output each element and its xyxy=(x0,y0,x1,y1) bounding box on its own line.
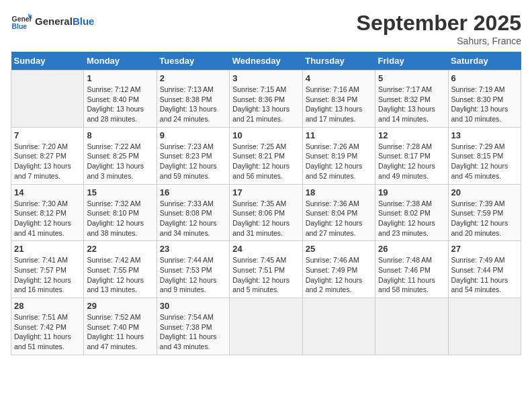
logo: General Blue GeneralBlue xyxy=(11,11,94,32)
day-number: 11 xyxy=(306,130,372,140)
day-info: Sunrise: 7:46 AMSunset: 7:49 PMDaylight:… xyxy=(306,255,372,295)
day-info: Sunrise: 7:12 AMSunset: 8:40 PMDaylight:… xyxy=(87,85,153,124)
calendar-cell: 18Sunrise: 7:36 AMSunset: 8:04 PMDayligh… xyxy=(302,184,375,241)
day-number: 27 xyxy=(451,244,518,254)
logo-icon: General Blue xyxy=(11,11,32,32)
logo-text: GeneralBlue xyxy=(35,16,94,28)
day-info: Sunrise: 7:48 AMSunset: 7:46 PMDaylight:… xyxy=(378,255,445,295)
calendar-cell: 8Sunrise: 7:22 AMSunset: 8:25 PMDaylight… xyxy=(84,127,157,184)
calendar-cell: 7Sunrise: 7:20 AMSunset: 8:27 PMDaylight… xyxy=(11,127,84,184)
day-number: 14 xyxy=(14,187,81,197)
day-info: Sunrise: 7:26 AMSunset: 8:19 PMDaylight:… xyxy=(306,142,372,181)
calendar-cell: 6Sunrise: 7:19 AMSunset: 8:30 PMDaylight… xyxy=(448,71,521,128)
day-number: 2 xyxy=(160,73,226,83)
calendar-week-row: 14Sunrise: 7:30 AMSunset: 8:12 PMDayligh… xyxy=(11,184,521,241)
day-number: 6 xyxy=(451,73,518,83)
day-info: Sunrise: 7:52 AMSunset: 7:40 PMDaylight:… xyxy=(87,312,153,352)
day-info: Sunrise: 7:17 AMSunset: 8:32 PMDaylight:… xyxy=(378,85,445,124)
calendar-cell xyxy=(302,298,375,355)
calendar-cell: 2Sunrise: 7:13 AMSunset: 8:38 PMDaylight… xyxy=(157,71,229,128)
weekday-header-saturday: Saturday xyxy=(448,52,521,71)
calendar-week-row: 28Sunrise: 7:51 AMSunset: 7:42 PMDayligh… xyxy=(11,298,521,355)
day-number: 9 xyxy=(160,130,226,140)
calendar-cell: 15Sunrise: 7:32 AMSunset: 8:10 PMDayligh… xyxy=(84,184,157,241)
day-number: 28 xyxy=(14,301,81,311)
day-info: Sunrise: 7:54 AMSunset: 7:38 PMDaylight:… xyxy=(160,312,226,352)
day-info: Sunrise: 7:35 AMSunset: 8:06 PMDaylight:… xyxy=(232,199,299,238)
weekday-header-tuesday: Tuesday xyxy=(157,52,229,71)
calendar-cell: 5Sunrise: 7:17 AMSunset: 8:32 PMDaylight… xyxy=(375,71,448,128)
day-number: 20 xyxy=(451,187,518,197)
day-number: 17 xyxy=(232,187,299,197)
day-info: Sunrise: 7:20 AMSunset: 8:27 PMDaylight:… xyxy=(14,142,81,181)
calendar-cell xyxy=(448,298,521,355)
month-title: September 2025 xyxy=(357,11,521,36)
calendar-week-row: 21Sunrise: 7:41 AMSunset: 7:57 PMDayligh… xyxy=(11,241,521,298)
day-number: 1 xyxy=(87,73,153,83)
day-info: Sunrise: 7:25 AMSunset: 8:21 PMDaylight:… xyxy=(232,142,299,181)
day-info: Sunrise: 7:49 AMSunset: 7:44 PMDaylight:… xyxy=(451,255,518,295)
calendar-cell: 20Sunrise: 7:39 AMSunset: 7:59 PMDayligh… xyxy=(448,184,521,241)
calendar-cell: 29Sunrise: 7:52 AMSunset: 7:40 PMDayligh… xyxy=(84,298,157,355)
calendar-cell: 17Sunrise: 7:35 AMSunset: 8:06 PMDayligh… xyxy=(230,184,302,241)
day-number: 13 xyxy=(451,130,518,140)
calendar-cell: 27Sunrise: 7:49 AMSunset: 7:44 PMDayligh… xyxy=(448,241,521,298)
calendar-cell xyxy=(230,298,302,355)
day-number: 18 xyxy=(306,187,372,197)
weekday-header-row: SundayMondayTuesdayWednesdayThursdayFrid… xyxy=(11,52,521,71)
day-info: Sunrise: 7:22 AMSunset: 8:25 PMDaylight:… xyxy=(87,142,153,181)
calendar-cell: 4Sunrise: 7:16 AMSunset: 8:34 PMDaylight… xyxy=(302,71,375,128)
calendar-cell: 25Sunrise: 7:46 AMSunset: 7:49 PMDayligh… xyxy=(302,241,375,298)
calendar-cell: 26Sunrise: 7:48 AMSunset: 7:46 PMDayligh… xyxy=(375,241,448,298)
day-number: 15 xyxy=(87,187,153,197)
page-header: General Blue GeneralBlue September 2025 … xyxy=(11,11,521,46)
calendar-cell: 13Sunrise: 7:29 AMSunset: 8:15 PMDayligh… xyxy=(448,127,521,184)
weekday-header-thursday: Thursday xyxy=(302,52,375,71)
day-number: 23 xyxy=(160,244,226,254)
day-info: Sunrise: 7:38 AMSunset: 8:02 PMDaylight:… xyxy=(378,199,445,238)
day-info: Sunrise: 7:19 AMSunset: 8:30 PMDaylight:… xyxy=(451,85,518,124)
day-info: Sunrise: 7:28 AMSunset: 8:17 PMDaylight:… xyxy=(378,142,445,181)
weekday-header-sunday: Sunday xyxy=(11,52,84,71)
calendar-cell: 11Sunrise: 7:26 AMSunset: 8:19 PMDayligh… xyxy=(302,127,375,184)
calendar-week-row: 1Sunrise: 7:12 AMSunset: 8:40 PMDaylight… xyxy=(11,71,521,128)
calendar-cell: 19Sunrise: 7:38 AMSunset: 8:02 PMDayligh… xyxy=(375,184,448,241)
day-number: 26 xyxy=(378,244,445,254)
calendar-table: SundayMondayTuesdayWednesdayThursdayFrid… xyxy=(11,52,521,355)
day-info: Sunrise: 7:36 AMSunset: 8:04 PMDaylight:… xyxy=(306,199,372,238)
calendar-cell: 9Sunrise: 7:23 AMSunset: 8:23 PMDaylight… xyxy=(157,127,229,184)
calendar-cell: 12Sunrise: 7:28 AMSunset: 8:17 PMDayligh… xyxy=(375,127,448,184)
day-info: Sunrise: 7:39 AMSunset: 7:59 PMDaylight:… xyxy=(451,199,518,238)
calendar-cell: 23Sunrise: 7:44 AMSunset: 7:53 PMDayligh… xyxy=(157,241,229,298)
day-number: 3 xyxy=(232,73,299,83)
day-info: Sunrise: 7:32 AMSunset: 8:10 PMDaylight:… xyxy=(87,199,153,238)
location-subtitle: Sahurs, France xyxy=(357,36,521,46)
day-info: Sunrise: 7:16 AMSunset: 8:34 PMDaylight:… xyxy=(306,85,372,124)
day-info: Sunrise: 7:15 AMSunset: 8:36 PMDaylight:… xyxy=(232,85,299,124)
calendar-cell: 14Sunrise: 7:30 AMSunset: 8:12 PMDayligh… xyxy=(11,184,84,241)
day-info: Sunrise: 7:30 AMSunset: 8:12 PMDaylight:… xyxy=(14,199,81,238)
day-info: Sunrise: 7:44 AMSunset: 7:53 PMDaylight:… xyxy=(160,255,226,295)
day-number: 7 xyxy=(14,130,81,140)
calendar-cell: 3Sunrise: 7:15 AMSunset: 8:36 PMDaylight… xyxy=(230,71,302,128)
calendar-cell: 24Sunrise: 7:45 AMSunset: 7:51 PMDayligh… xyxy=(230,241,302,298)
weekday-header-wednesday: Wednesday xyxy=(230,52,302,71)
calendar-cell: 16Sunrise: 7:33 AMSunset: 8:08 PMDayligh… xyxy=(157,184,229,241)
day-info: Sunrise: 7:13 AMSunset: 8:38 PMDaylight:… xyxy=(160,85,226,124)
calendar-cell: 28Sunrise: 7:51 AMSunset: 7:42 PMDayligh… xyxy=(11,298,84,355)
day-info: Sunrise: 7:29 AMSunset: 8:15 PMDaylight:… xyxy=(451,142,518,181)
weekday-header-monday: Monday xyxy=(84,52,157,71)
day-number: 8 xyxy=(87,130,153,140)
calendar-week-row: 7Sunrise: 7:20 AMSunset: 8:27 PMDaylight… xyxy=(11,127,521,184)
day-number: 10 xyxy=(232,130,299,140)
day-info: Sunrise: 7:42 AMSunset: 7:55 PMDaylight:… xyxy=(87,255,153,295)
day-number: 4 xyxy=(306,73,372,83)
day-number: 22 xyxy=(87,244,153,254)
svg-text:Blue: Blue xyxy=(12,23,28,30)
day-info: Sunrise: 7:45 AMSunset: 7:51 PMDaylight:… xyxy=(232,255,299,295)
day-info: Sunrise: 7:23 AMSunset: 8:23 PMDaylight:… xyxy=(160,142,226,181)
day-number: 19 xyxy=(378,187,445,197)
calendar-cell: 22Sunrise: 7:42 AMSunset: 7:55 PMDayligh… xyxy=(84,241,157,298)
weekday-header-friday: Friday xyxy=(375,52,448,71)
day-number: 5 xyxy=(378,73,445,83)
